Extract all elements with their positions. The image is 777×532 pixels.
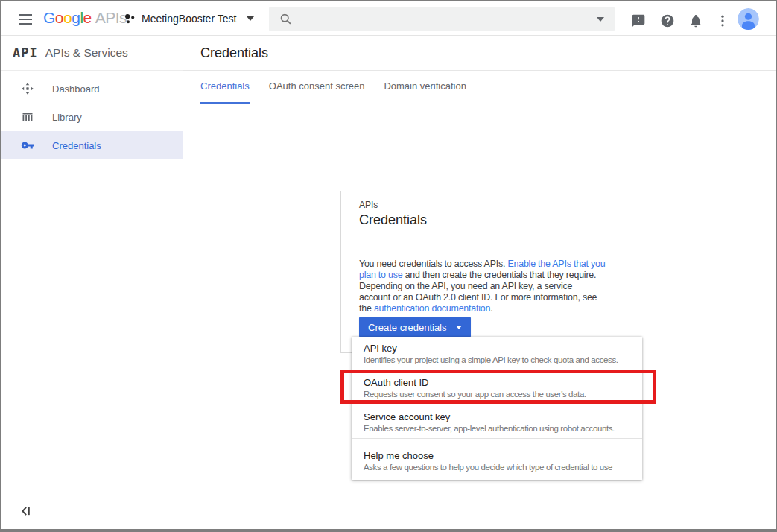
authentication-documentation-link[interactable]: authentication documentation — [374, 303, 490, 314]
topbar: GoogleAPIs MeetingBooster Test — [1, 1, 776, 36]
sidebar-item-credentials[interactable]: Credentials — [1, 131, 183, 159]
sidebar: API APIs & Services Dashboard Library — [1, 36, 183, 529]
project-selector[interactable]: MeetingBooster Test — [124, 7, 254, 30]
search-icon — [279, 13, 292, 25]
menu-item-description: Asks a few questions to help you decide … — [364, 463, 630, 472]
menu-item-title: Help me choose — [364, 450, 630, 461]
avatar[interactable] — [738, 8, 759, 30]
sidebar-nav: Dashboard Library Credentials — [1, 71, 183, 159]
card-title: Credentials — [359, 212, 606, 228]
help-button[interactable] — [660, 13, 675, 28]
library-icon — [21, 110, 34, 124]
create-credentials-menu: API key Identifies your project using a … — [352, 337, 642, 480]
more-vertical-icon — [715, 13, 730, 28]
collapse-sidebar-icon — [19, 505, 31, 517]
dashboard-icon — [21, 82, 34, 95]
chevron-down-icon — [456, 326, 462, 329]
create-credentials-button[interactable]: Create credentials — [359, 317, 471, 338]
google-api-console: GoogleAPIs MeetingBooster Test — [0, 0, 777, 532]
menu-item-help-me-choose[interactable]: Help me choose Asks a few questions to h… — [352, 439, 642, 480]
api-product-glyph: API — [13, 45, 38, 60]
create-credentials-label: Create credentials — [368, 322, 447, 333]
notifications-button[interactable] — [688, 13, 703, 28]
menu-item-api-key[interactable]: API key Identifies your project using a … — [352, 337, 642, 370]
google-apis-logo[interactable]: GoogleAPIs — [43, 9, 127, 27]
page-title: Credentials — [200, 45, 268, 60]
collapse-sidebar-button[interactable] — [19, 505, 31, 517]
chevron-down-icon — [247, 16, 254, 21]
key-icon — [21, 139, 34, 152]
tab-domain-verification[interactable]: Domain verification — [384, 71, 466, 104]
sidebar-item-label: Dashboard — [52, 83, 100, 95]
menu-item-description: Identifies your project using a simple A… — [364, 355, 630, 364]
search-options-chevron-icon[interactable] — [597, 17, 604, 22]
card-eyebrow: APIs — [359, 200, 606, 210]
menu-item-title: API key — [364, 343, 630, 354]
tab-bar: Credentials OAuth consent screen Domain … — [183, 71, 776, 104]
page-header: Credentials — [183, 36, 776, 71]
feedback-button[interactable] — [631, 13, 646, 28]
sidebar-item-label: Library — [52, 112, 82, 123]
menu-item-service-account-key[interactable]: Service account key Enables server-to-se… — [352, 405, 642, 438]
help-icon — [660, 13, 675, 28]
menu-item-oauth-client-id[interactable]: OAuth client ID Requests user consent so… — [352, 371, 642, 405]
feedback-icon — [631, 13, 646, 28]
notifications-icon — [688, 13, 703, 28]
card-header: APIs Credentials — [341, 191, 624, 232]
logo-letter: o — [55, 9, 63, 26]
project-name: MeetingBooster Test — [142, 13, 236, 25]
project-dots-icon — [124, 13, 135, 24]
main-content: Credentials Credentials OAuth consent sc… — [183, 36, 776, 529]
menu-icon[interactable] — [19, 14, 32, 25]
body-text: You need credentials to access APIs. — [359, 259, 507, 269]
sidebar-header: API APIs & Services — [1, 36, 183, 71]
logo-letter: g — [72, 9, 80, 26]
tab-oauth-consent-screen[interactable]: OAuth consent screen — [269, 71, 365, 104]
menu-item-title: OAuth client ID — [364, 377, 630, 388]
sidebar-item-label: Credentials — [52, 140, 101, 151]
logo-letter: e — [83, 9, 92, 26]
tab-credentials[interactable]: Credentials — [200, 71, 250, 104]
avatar-person-icon — [738, 8, 759, 30]
menu-item-title: Service account key — [364, 411, 630, 422]
more-button[interactable] — [715, 13, 730, 28]
body-text: . — [490, 303, 492, 314]
credentials-card: APIs Credentials You need credentials to… — [340, 191, 624, 353]
card-description: You need credentials to access APIs. Ena… — [341, 241, 624, 327]
logo-letter: o — [63, 9, 72, 26]
sidebar-title: APIs & Services — [45, 46, 128, 60]
search-bar[interactable] — [269, 7, 615, 31]
menu-item-description: Requests user consent so your app can ac… — [364, 390, 630, 399]
search-input[interactable] — [299, 13, 597, 26]
sidebar-item-dashboard[interactable]: Dashboard — [1, 75, 183, 103]
logo-letter: G — [43, 9, 55, 26]
sidebar-item-library[interactable]: Library — [1, 103, 183, 131]
menu-item-description: Enables server-to-server, app-level auth… — [364, 424, 630, 433]
logo-suffix: APIs — [95, 9, 127, 26]
